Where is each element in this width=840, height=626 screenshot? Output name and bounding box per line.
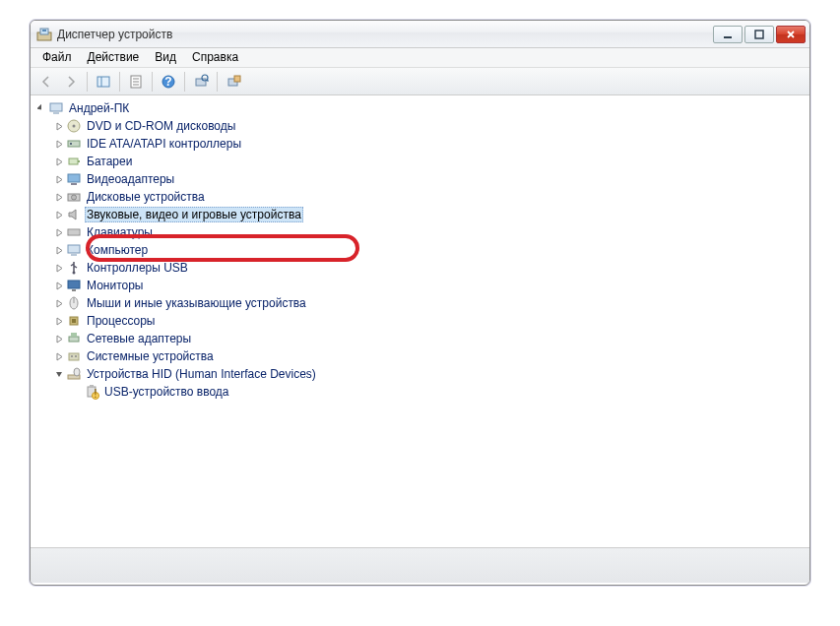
tree-item-label: Мониторы	[85, 278, 145, 293]
tree-item-label: Процессоры	[85, 313, 158, 329]
tree-item[interactable]: Дисковые устройства	[54, 188, 809, 206]
hid-icon	[66, 366, 82, 382]
svg-rect-24	[69, 158, 78, 164]
menu-action[interactable]: Действие	[80, 48, 148, 67]
svg-rect-22	[68, 141, 80, 147]
svg-rect-4	[755, 31, 763, 38]
tree-item[interactable]: Контроллеры USB	[54, 259, 809, 277]
device-tree-pane[interactable]: Андрей-ПК DVD и CD-ROM дисководыIDE ATA/…	[31, 95, 809, 548]
tree-item[interactable]: Компьютер	[54, 241, 809, 259]
titlebar[interactable]: Диспетчер устройств	[31, 21, 809, 48]
svg-rect-19	[53, 112, 59, 114]
svg-rect-27	[71, 183, 77, 185]
uninstall-button[interactable]	[222, 70, 245, 94]
help-button[interactable]: ?	[157, 70, 180, 94]
svg-point-46	[75, 355, 77, 357]
expand-icon[interactable]	[54, 316, 64, 326]
tree-item-label: Системные устройства	[85, 348, 216, 364]
tree-item[interactable]: Видеоадаптеры	[54, 170, 809, 188]
expand-icon[interactable]	[54, 334, 64, 344]
svg-rect-13	[196, 79, 206, 86]
toolbar-separator	[87, 72, 88, 92]
show-hide-tree-button[interactable]	[92, 70, 115, 94]
svg-text:?: ?	[164, 75, 171, 89]
properties-button[interactable]	[124, 70, 148, 94]
close-button[interactable]	[776, 26, 806, 43]
display-icon	[66, 171, 82, 187]
window-controls	[713, 26, 806, 43]
usb-icon	[66, 260, 82, 276]
device-manager-icon	[36, 27, 52, 42]
network-icon	[66, 331, 82, 346]
mouse-icon	[66, 295, 82, 311]
monitor-icon	[66, 278, 82, 293]
svg-rect-25	[78, 160, 80, 162]
tree-item-label: USB-устройство ввода	[102, 384, 231, 400]
tree-item[interactable]: Мониторы	[54, 277, 809, 294]
disc-icon	[66, 118, 82, 134]
tree-item[interactable]: !USB-устройство ввода	[72, 383, 809, 401]
tree-root[interactable]: Андрей-ПК	[36, 99, 809, 117]
tree-item[interactable]: Устройства HID (Human Interface Devices)	[54, 365, 809, 383]
scan-hardware-button[interactable]	[189, 70, 213, 94]
svg-rect-37	[72, 289, 76, 291]
status-bar	[31, 548, 809, 583]
expand-icon[interactable]	[54, 174, 64, 184]
svg-rect-36	[68, 281, 80, 288]
tree-item-label: Дисковые устройства	[85, 189, 207, 205]
tree-item-label: Контроллеры USB	[85, 260, 190, 276]
back-button[interactable]	[34, 70, 58, 94]
expand-icon[interactable]	[54, 210, 64, 219]
svg-rect-42	[69, 337, 79, 342]
menu-file[interactable]: Файл	[34, 48, 80, 67]
ide-icon	[66, 136, 82, 152]
tree-item[interactable]: Сетевые адаптеры	[54, 330, 809, 347]
tree-item-label: Видеоадаптеры	[85, 171, 176, 187]
svg-point-45	[71, 355, 73, 357]
maximize-button[interactable]	[744, 26, 774, 43]
device-manager-window: Диспетчер устройств Файл Действие Вид Сп…	[30, 20, 810, 586]
minimize-button[interactable]	[713, 26, 743, 43]
expand-icon[interactable]	[54, 227, 64, 237]
tree-item[interactable]: Процессоры	[54, 312, 809, 330]
expand-icon[interactable]	[54, 281, 64, 290]
expand-icon[interactable]	[54, 156, 64, 166]
svg-rect-41	[72, 319, 76, 323]
expand-icon[interactable]	[54, 121, 64, 131]
tree-item-label: Звуковые, видео и игровые устройства	[85, 207, 303, 222]
tree-item[interactable]: Мыши и иные указывающие устройства	[54, 294, 809, 312]
svg-rect-18	[50, 103, 62, 111]
tree-item-label: Клавиатуры	[85, 224, 155, 240]
expand-icon[interactable]	[54, 263, 64, 273]
toolbar: ?	[31, 68, 809, 95]
tree-item[interactable]: IDE ATA/ATAPI контроллеры	[54, 135, 809, 153]
expand-icon[interactable]	[54, 245, 64, 255]
tree-item[interactable]: Системные устройства	[54, 347, 809, 365]
expand-icon[interactable]	[36, 103, 46, 113]
tree-item-label: Устройства HID (Human Interface Devices)	[85, 366, 318, 382]
tree-item[interactable]: Клавиатуры	[54, 223, 809, 241]
tree-item-label: Компьютер	[85, 242, 150, 258]
menu-view[interactable]: Вид	[147, 48, 184, 67]
svg-point-29	[72, 195, 77, 200]
expand-icon[interactable]	[54, 351, 64, 361]
tree-item[interactable]: DVD и CD-ROM дисководы	[54, 117, 809, 135]
svg-rect-23	[70, 143, 72, 145]
svg-rect-44	[69, 353, 79, 360]
svg-rect-2	[42, 30, 46, 31]
expand-icon[interactable]	[54, 298, 64, 308]
menu-help[interactable]: Справка	[184, 48, 246, 67]
expand-icon[interactable]	[54, 139, 64, 149]
svg-rect-34	[71, 254, 77, 256]
tree-item-label: Мыши и иные указывающие устройства	[85, 295, 308, 311]
collapse-icon[interactable]	[54, 369, 64, 379]
svg-rect-43	[71, 333, 77, 337]
cpu-icon	[66, 313, 82, 329]
expand-icon[interactable]	[54, 192, 64, 202]
toolbar-separator	[152, 72, 153, 92]
tree-item[interactable]: Батареи	[54, 153, 809, 170]
svg-rect-3	[724, 36, 732, 38]
tree-item[interactable]: Звуковые, видео и игровые устройства	[54, 206, 809, 223]
forward-button[interactable]	[59, 70, 83, 94]
usb-device-icon: !	[84, 384, 99, 400]
